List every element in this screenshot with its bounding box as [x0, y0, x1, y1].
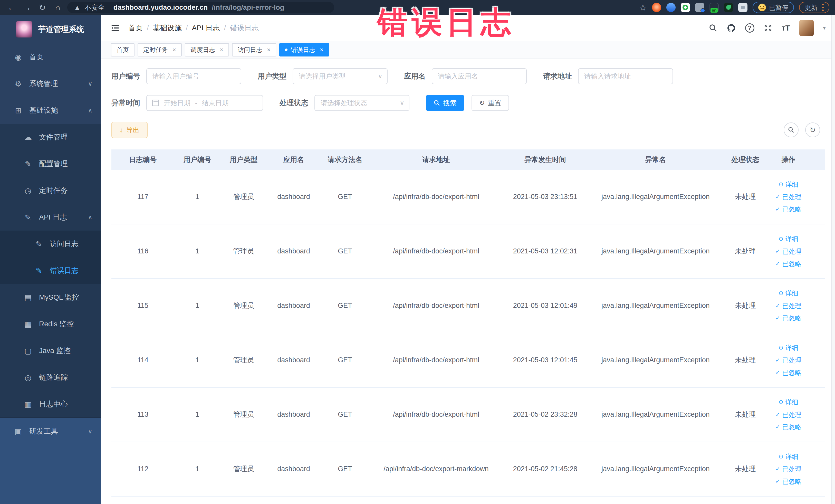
action-ignored-link[interactable]: ✓已忽略: [775, 368, 801, 377]
sidebar-item-2[interactable]: ⊞基础设施∧: [0, 97, 101, 124]
action-ignored-link[interactable]: ✓已忽略: [775, 477, 801, 486]
back-icon[interactable]: ←: [6, 3, 18, 12]
action-detail-link[interactable]: ⊙详细: [778, 398, 798, 406]
cell-exception-time: 2021-05-03 23:13:51: [503, 192, 588, 201]
sidebar-item-14[interactable]: ▣研发工具∨: [0, 418, 101, 445]
tab-2[interactable]: 调度日志×: [185, 43, 229, 57]
search-icon[interactable]: [709, 24, 717, 32]
profile-paused-badge[interactable]: 已暂停: [753, 2, 794, 13]
filter-label: 异常时间: [111, 98, 140, 108]
close-icon[interactable]: ×: [267, 46, 270, 54]
action-ignored-link[interactable]: ✓已忽略: [775, 260, 801, 268]
action-detail-link[interactable]: ⊙详细: [778, 180, 798, 189]
action-label: 详细: [786, 398, 798, 406]
toggle-search-button[interactable]: [784, 122, 798, 137]
sidebar-item-0[interactable]: ◉首页: [0, 44, 101, 70]
help-icon[interactable]: ?: [745, 23, 754, 33]
action-detail-link[interactable]: ⊙详细: [778, 289, 798, 298]
user-avatar[interactable]: [799, 20, 814, 36]
tab-0[interactable]: 首页: [111, 43, 135, 57]
app-logo[interactable]: 芋道管理系统: [0, 15, 101, 44]
avatar-caret-icon[interactable]: ▾: [823, 25, 826, 31]
table-row: 1151管理员dashboardGET/api/infra/db-doc/exp…: [111, 279, 825, 333]
extensions-puzzle-icon[interactable]: [738, 3, 748, 12]
extension-leaf-icon[interactable]: [724, 3, 733, 12]
breadcrumb: 首页 / 基础设施 / API 日志 / 错误日志: [128, 23, 259, 33]
github-icon[interactable]: [727, 23, 736, 33]
app-name-input[interactable]: [432, 68, 527, 84]
extension-blue-icon[interactable]: [666, 3, 676, 12]
close-icon[interactable]: ×: [172, 46, 176, 54]
action-processed-link[interactable]: ✓已处理: [775, 302, 801, 310]
cell-app-name: dashboard: [267, 464, 321, 473]
sidebar-item-9[interactable]: ▤MySQL 监控: [0, 284, 101, 311]
close-icon[interactable]: ×: [320, 46, 323, 54]
reload-icon[interactable]: ↻: [37, 3, 48, 12]
action-processed-link[interactable]: ✓已处理: [775, 193, 801, 201]
date-range-picker[interactable]: 开始日期 - 结束日期: [146, 95, 263, 111]
action-ignored-link[interactable]: ✓已忽略: [775, 314, 801, 322]
fullscreen-icon[interactable]: [763, 24, 772, 32]
font-size-icon[interactable]: тT: [781, 24, 790, 32]
search-button[interactable]: 搜索: [426, 95, 464, 111]
breadcrumb-api-log[interactable]: API 日志: [192, 23, 220, 33]
cell-status: 未处理: [724, 301, 767, 310]
cell-exception-time: 2021-05-03 12:01:45: [503, 356, 588, 365]
user-type-select[interactable]: [292, 68, 388, 84]
home-icon[interactable]: ⌂: [52, 3, 64, 12]
action-ignored-link[interactable]: ✓已忽略: [775, 423, 801, 431]
sidebar-item-12[interactable]: ◎链路追踪: [0, 364, 101, 391]
scrollbar[interactable]: [831, 15, 835, 504]
tab-4[interactable]: 错误日志×: [279, 43, 329, 57]
sidebar-item-7[interactable]: ✎访问日志: [0, 230, 101, 257]
check-icon: ✓: [775, 411, 780, 419]
user-id-input[interactable]: [146, 68, 241, 84]
action-detail-link[interactable]: ⊙详细: [778, 452, 798, 461]
bookmark-star-icon[interactable]: ☆: [639, 2, 647, 13]
chevron-down-icon: ∨: [88, 428, 93, 435]
breadcrumb-infra[interactable]: 基础设施: [153, 23, 182, 33]
sidebar-item-8[interactable]: ✎错误日志: [0, 257, 101, 284]
action-detail-link[interactable]: ⊙详细: [778, 344, 798, 352]
chevron-up-icon: ∧: [88, 214, 93, 221]
sidebar-item-11[interactable]: ▢Java 监控: [0, 337, 101, 364]
cell-app-name: dashboard: [267, 301, 321, 310]
action-processed-link[interactable]: ✓已处理: [775, 410, 801, 419]
sidebar-item-5[interactable]: ◷定时任务: [0, 177, 101, 204]
sidebar-item-3[interactable]: ☁文件管理: [0, 124, 101, 150]
hamburger-icon[interactable]: [110, 23, 120, 33]
extension-on-badge-icon[interactable]: on: [710, 3, 719, 12]
extension-green-ring-icon[interactable]: [681, 3, 690, 12]
close-icon[interactable]: ×: [220, 46, 223, 54]
refresh-table-button[interactable]: ↻: [805, 122, 820, 137]
sidebar-item-1[interactable]: ⚙系统管理∨: [0, 70, 101, 97]
sidebar-item-6[interactable]: ✎API 日志∧: [0, 204, 101, 230]
action-detail-link[interactable]: ⊙详细: [778, 235, 798, 243]
process-status-select[interactable]: [314, 95, 409, 111]
browser-update-button[interactable]: 更新: [799, 2, 829, 13]
request-url-input[interactable]: [578, 68, 673, 84]
sidebar-item-10[interactable]: ▦Redis 监控: [0, 311, 101, 337]
redis-monitor-icon: ▦: [22, 320, 34, 329]
export-button[interactable]: ↓ 导出: [111, 122, 148, 138]
tab-1[interactable]: 定时任务×: [138, 43, 182, 57]
date-end-placeholder: 结束日期: [202, 99, 229, 107]
reset-button[interactable]: ↻ 重置: [471, 95, 509, 111]
extension-grid-icon[interactable]: [695, 3, 704, 12]
breadcrumb-home[interactable]: 首页: [128, 23, 143, 33]
menu-kebab-icon[interactable]: [822, 4, 824, 11]
address-bar[interactable]: ▲ 不安全 dashboard.yudao.iocoder.cn /infra/…: [67, 2, 334, 13]
page-content: 用户编号 用户类型 ∨ 应用名 请求地址 异常时: [101, 59, 835, 497]
sidebar-menu-sub: ☁文件管理✎配置管理◷定时任务✎API 日志∧✎访问日志✎错误日志▤MySQL …: [0, 124, 101, 418]
tab-3[interactable]: 访问日志×: [232, 43, 276, 57]
sidebar-item-4[interactable]: ✎配置管理: [0, 150, 101, 177]
action-processed-link[interactable]: ✓已处理: [775, 356, 801, 365]
action-ignored-link[interactable]: ✓已忽略: [775, 205, 801, 214]
cell-actions: ⊙详细✓已处理✓已忽略: [767, 344, 810, 377]
forward-icon[interactable]: →: [21, 3, 33, 12]
sidebar-item-13[interactable]: ▥日志中心: [0, 391, 101, 418]
action-processed-link[interactable]: ✓已处理: [775, 247, 801, 256]
action-processed-link[interactable]: ✓已处理: [775, 465, 801, 473]
extension-orange-icon[interactable]: [652, 3, 661, 12]
browser-toolbar-right: ☆ on 已暂停 更新: [639, 2, 829, 13]
